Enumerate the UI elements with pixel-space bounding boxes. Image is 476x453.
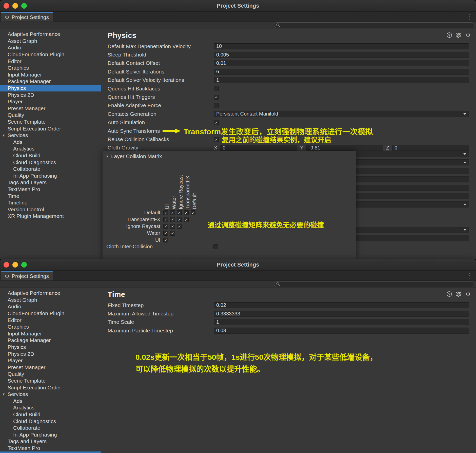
matrix-checkbox[interactable]: ✓ xyxy=(163,217,168,222)
sidebar-item-package-manager[interactable]: Package Manager xyxy=(0,78,101,85)
sidebar-item-analytics[interactable]: Analytics xyxy=(0,404,101,411)
sidebar-item-version-control[interactable]: Version Control xyxy=(0,206,101,213)
sidebar-item-input-manager[interactable]: Input Manager xyxy=(0,330,101,337)
sidebar-item-analytics[interactable]: Analytics xyxy=(0,145,101,152)
sidebar-item-in-app-purchasing[interactable]: In-App Purchasing xyxy=(0,172,101,179)
maximize-button[interactable] xyxy=(21,3,27,9)
auto-simulation-checkbox[interactable]: ✓ xyxy=(214,120,219,125)
sidebar-item-services[interactable]: ▼Services xyxy=(0,132,101,139)
layer-collision-matrix-header[interactable]: ▼ Layer Collision Matrix xyxy=(103,151,356,159)
close-button[interactable] xyxy=(4,262,9,268)
kebab-menu-icon[interactable]: ⋮ xyxy=(466,13,472,21)
settings-gear-icon[interactable]: ⚙ xyxy=(466,32,470,38)
settings-gear-icon[interactable]: ⚙ xyxy=(466,291,470,297)
sidebar-item-editor[interactable]: Editor xyxy=(0,58,101,65)
default-contact-offset-field[interactable]: 0.01 xyxy=(214,60,469,66)
sidebar-item-cloud-diagnostics[interactable]: Cloud Diagnostics xyxy=(0,159,101,166)
sidebar-item-quality[interactable]: Quality xyxy=(0,112,101,119)
sidebar-item-services[interactable]: ▼Services xyxy=(0,391,101,398)
cloth-gravity-x-field[interactable]: 0 xyxy=(220,145,297,151)
sidebar-item-audio[interactable]: Audio xyxy=(0,44,101,51)
matrix-checkbox[interactable]: ✓ xyxy=(170,224,175,229)
sidebar-item-tags-and-layers[interactable]: Tags and Layers xyxy=(0,179,101,186)
sidebar-item-player[interactable]: Player xyxy=(0,98,101,105)
sidebar-item-physics-2d[interactable]: Physics 2D xyxy=(0,91,101,98)
fixed-timestep-field[interactable]: 0.02 xyxy=(214,302,469,308)
sidebar-item-script-execution-order[interactable]: Script Execution Order xyxy=(0,384,101,391)
sidebar-item-cloudfoundation-plugin[interactable]: CloudFoundation Plugin xyxy=(0,51,101,58)
sidebar-item-tags-and-layers[interactable]: Tags and Layers xyxy=(0,438,101,445)
default-solver-iterations-field[interactable]: 6 xyxy=(214,69,469,75)
sidebar-item-in-app-purchasing[interactable]: In-App Purchasing xyxy=(0,431,101,438)
sidebar-item-script-execution-order[interactable]: Script Execution Order xyxy=(0,125,101,132)
sidebar-item-preset-manager[interactable]: Preset Manager xyxy=(0,364,101,371)
search-input[interactable] xyxy=(274,22,474,28)
sidebar-item-cloud-build[interactable]: Cloud Build xyxy=(0,411,101,418)
sidebar-item-editor[interactable]: Editor xyxy=(0,317,101,324)
sidebar-item-audio[interactable]: Audio xyxy=(0,303,101,310)
sidebar-item-timeline[interactable]: Timeline xyxy=(0,199,101,206)
sidebar-item-preset-manager[interactable]: Preset Manager xyxy=(0,105,101,112)
sidebar-item-scene-template[interactable]: Scene Template xyxy=(0,378,101,384)
matrix-checkbox[interactable]: ✓ xyxy=(184,210,189,215)
sidebar-item-graphics[interactable]: Graphics xyxy=(0,324,101,330)
sidebar-item-cloud-diagnostics[interactable]: Cloud Diagnostics xyxy=(0,418,101,425)
sidebar-item-physics[interactable]: Physics xyxy=(0,85,101,92)
sidebar-item-collaborate[interactable]: Collaborate xyxy=(0,425,101,431)
queries-hit-triggers-checkbox[interactable]: ✓ xyxy=(214,95,219,100)
sidebar-item-adaptive-performance[interactable]: Adaptive Performance xyxy=(0,31,101,38)
reuse-collision-callbacks-checkbox[interactable]: ✓ xyxy=(214,137,219,142)
matrix-checkbox[interactable]: ✓ xyxy=(191,210,195,215)
sidebar-item-package-manager[interactable]: Package Manager xyxy=(0,337,101,344)
sidebar-item-scene-template[interactable]: Scene Template xyxy=(0,119,101,125)
sleep-threshold-field[interactable]: 0.005 xyxy=(214,52,469,58)
sidebar-item-asset-graph[interactable]: Asset Graph xyxy=(0,297,101,304)
matrix-checkbox[interactable]: ✓ xyxy=(170,231,175,236)
minimize-button[interactable] xyxy=(12,262,18,268)
matrix-checkbox[interactable]: ✓ xyxy=(163,210,168,215)
maximum-particle-timestep-field[interactable]: 0.03 xyxy=(214,328,469,334)
matrix-checkbox[interactable]: ✓ xyxy=(177,224,182,229)
sidebar-item-collaborate[interactable]: Collaborate xyxy=(0,166,101,173)
titlebar[interactable]: Project Settings xyxy=(0,259,476,271)
sidebar-item-adaptive-performance[interactable]: Adaptive Performance xyxy=(0,290,101,297)
help-icon[interactable]: ? xyxy=(447,32,452,38)
matrix-checkbox[interactable]: ✓ xyxy=(163,238,168,242)
default-max-depenetration-velocity-field[interactable]: 10 xyxy=(214,43,469,49)
matrix-checkbox[interactable]: ✓ xyxy=(170,210,175,215)
sidebar-item-time[interactable]: Time xyxy=(0,193,101,199)
tab-project-settings[interactable]: ⚙ Project Settings xyxy=(1,12,53,22)
sidebar-item-cloud-build[interactable]: Cloud Build xyxy=(0,152,101,159)
tab-project-settings[interactable]: ⚙ Project Settings xyxy=(1,271,53,280)
kebab-menu-icon[interactable]: ⋮ xyxy=(466,272,472,279)
presets-icon[interactable] xyxy=(456,33,462,38)
default-solver-velocity-iterations-field[interactable]: 1 xyxy=(214,77,469,83)
help-icon[interactable]: ? xyxy=(447,291,452,297)
maximum-allowed-timestep-field[interactable]: 0.3333333 xyxy=(214,311,469,317)
queries-hit-backfaces-checkbox[interactable] xyxy=(214,86,219,91)
minimize-button[interactable] xyxy=(12,3,18,9)
cloth-inter-collision-checkbox[interactable] xyxy=(213,244,218,249)
matrix-checkbox[interactable]: ✓ xyxy=(177,217,182,222)
sidebar-item-textmesh-pro[interactable]: TextMesh Pro xyxy=(0,445,101,452)
cloth-gravity-y-field[interactable]: -9.81 xyxy=(306,145,383,151)
cloth-gravity-z-field[interactable]: 0 xyxy=(392,145,469,151)
sidebar-item-physics[interactable]: Physics xyxy=(0,344,101,351)
close-button[interactable] xyxy=(4,3,9,9)
sidebar-item-player[interactable]: Player xyxy=(0,357,101,364)
time-scale-field[interactable]: 1 xyxy=(214,319,469,325)
sidebar-item-textmesh-pro[interactable]: TextMesh Pro xyxy=(0,186,101,193)
sidebar-item-physics-2d[interactable]: Physics 2D xyxy=(0,350,101,357)
matrix-checkbox[interactable]: ✓ xyxy=(163,224,168,229)
sidebar-item-time[interactable]: Time xyxy=(0,451,101,453)
presets-icon[interactable] xyxy=(456,292,462,297)
sidebar-item-xr-plugin-management[interactable]: XR Plugin Management xyxy=(0,213,101,220)
contacts-generation-dropdown[interactable]: Persistent Contact Manifold xyxy=(214,111,469,117)
matrix-checkbox[interactable]: ✓ xyxy=(184,217,189,222)
sidebar-item-cloudfoundation-plugin[interactable]: CloudFoundation Plugin xyxy=(0,310,101,317)
matrix-checkbox[interactable]: ✓ xyxy=(177,210,182,215)
enable-adaptive-force-checkbox[interactable] xyxy=(214,103,219,108)
titlebar[interactable]: Project Settings xyxy=(0,0,476,12)
sidebar-item-ads[interactable]: Ads xyxy=(0,139,101,146)
sidebar-item-asset-graph[interactable]: Asset Graph xyxy=(0,38,101,45)
